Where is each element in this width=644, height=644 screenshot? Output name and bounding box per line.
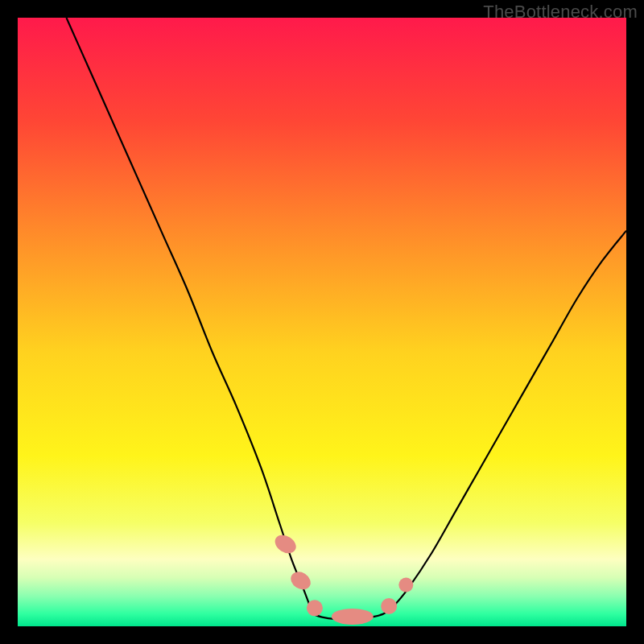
marker-dot: [398, 578, 413, 592]
bottleneck-chart: [18, 18, 626, 626]
chart-background: [18, 18, 626, 626]
chart-frame: TheBottleneck.com: [0, 0, 644, 644]
marker-dot: [381, 598, 397, 614]
marker-dot: [332, 609, 374, 625]
marker-dot: [307, 600, 323, 616]
